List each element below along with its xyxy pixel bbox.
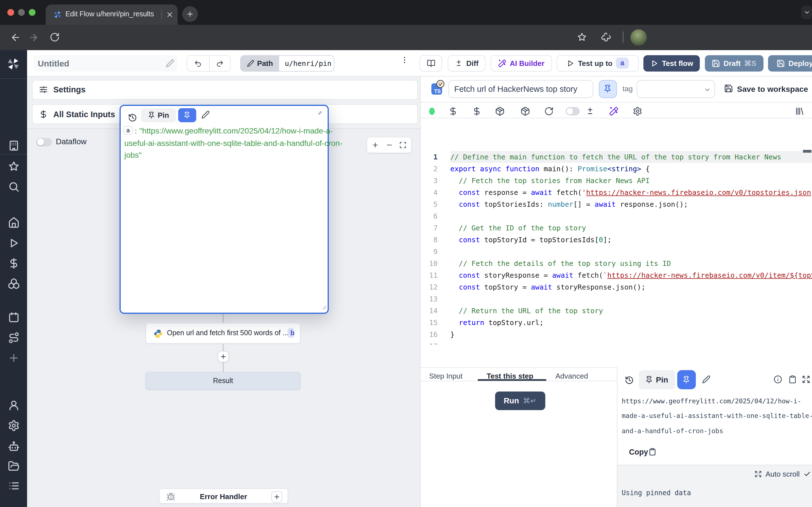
sidebar-item-user[interactable]	[8, 399, 19, 411]
dollar-icon[interactable]	[472, 107, 481, 116]
more-options-icon[interactable]	[400, 56, 409, 64]
expand-icon[interactable]	[316, 109, 323, 116]
reload-icon[interactable]	[50, 32, 60, 42]
history-icon[interactable]	[624, 376, 633, 385]
clipboard-icon[interactable]	[788, 375, 797, 383]
code-line: // Get the ID of the top story	[450, 222, 586, 233]
gear-icon[interactable]	[632, 107, 642, 116]
back-icon[interactable]	[10, 32, 21, 43]
wand-icon[interactable]	[609, 107, 618, 116]
line-number: 12	[421, 281, 438, 293]
tab-close-icon[interactable]	[166, 11, 174, 18]
edit-pencil-icon[interactable]	[702, 375, 710, 383]
tab-search-button[interactable]	[801, 6, 812, 19]
undo-icon[interactable]	[194, 59, 202, 67]
sidebar-item-play[interactable]	[8, 237, 19, 249]
new-tab-button[interactable]	[182, 6, 198, 22]
save-to-workspace-button[interactable]: Save to workspace	[737, 84, 808, 93]
package-icon[interactable]	[495, 107, 505, 116]
expand-icon[interactable]	[754, 470, 762, 478]
undo-redo-group	[187, 55, 231, 71]
sidebar-item-dollar[interactable]	[8, 257, 19, 269]
sidebar-item-plus[interactable]	[8, 352, 19, 363]
browser-tab[interactable]: Edit Flow u/henri/pin_results	[46, 4, 177, 25]
toggle-knob	[37, 138, 44, 145]
run-button[interactable]: Run ⌘↵	[495, 391, 545, 410]
add-step-button[interactable]	[217, 351, 229, 362]
flow-edge	[223, 343, 223, 351]
docs-button[interactable]	[419, 55, 442, 71]
package-icon[interactable]	[520, 107, 530, 116]
traffic-light-minimize[interactable]	[18, 9, 25, 16]
dataflow-toggle[interactable]	[36, 138, 52, 146]
flow-node-result[interactable]: Result	[146, 372, 301, 390]
add-error-handler-button[interactable]	[271, 491, 282, 502]
tag-select[interactable]	[637, 80, 715, 98]
refresh-icon[interactable]	[544, 107, 554, 116]
tab-step-input[interactable]: Step Input	[429, 372, 463, 380]
path-button[interactable]: Path	[241, 55, 279, 71]
sidebar-item-list[interactable]	[8, 480, 19, 492]
pencil-icon	[247, 59, 254, 67]
profile-avatar[interactable]	[630, 29, 647, 46]
sidebar-item-calendar[interactable]	[8, 312, 19, 323]
ai-builder-button[interactable]: AI Builder	[491, 55, 552, 71]
flow-node-error-handler[interactable]: Error Handler	[159, 489, 288, 504]
flow-node-step[interactable]: Open url and fetch first 500 words of ..…	[146, 323, 301, 343]
redo-icon[interactable]	[216, 59, 224, 67]
deploy-button[interactable]: Deploy	[768, 55, 812, 71]
editor-toggle[interactable]	[566, 107, 579, 115]
expand-icon[interactable]	[802, 375, 810, 383]
sidebar-item-route[interactable]	[8, 332, 19, 343]
sidebar-item-cubes[interactable]	[8, 278, 19, 290]
windmill-logo[interactable]	[6, 57, 20, 71]
tab-advanced[interactable]: Advanced	[555, 372, 588, 380]
sliders-icon	[39, 86, 48, 94]
sidebar-item-building[interactable]	[8, 140, 19, 152]
extensions-icon[interactable]	[601, 32, 611, 42]
sidebar-item-home[interactable]	[8, 217, 19, 228]
bookmark-star-icon[interactable]	[577, 32, 587, 42]
settings-row[interactable]: Settings	[32, 80, 417, 100]
traffic-light-zoom[interactable]	[29, 9, 36, 16]
book-icon	[426, 59, 435, 67]
code-line: const topStoriesIds: number[] = await re…	[450, 198, 688, 210]
resize-handle[interactable]	[321, 304, 326, 309]
pinned-value-line1: "https://www.geoffreylitt.com/2025/04/12…	[139, 126, 333, 135]
history-icon[interactable]	[128, 113, 137, 122]
zoom-out-icon[interactable]	[386, 141, 393, 149]
diff-icon[interactable]	[585, 107, 595, 116]
sidebar-item-star[interactable]	[8, 160, 19, 172]
flow-name-field[interactable]: Untitled	[33, 55, 177, 71]
diff-icon	[455, 59, 463, 67]
library-icon[interactable]	[795, 107, 804, 116]
line-number: 3	[421, 174, 438, 186]
pin-input-button[interactable]	[599, 80, 617, 98]
zoom-in-icon[interactable]	[371, 141, 378, 149]
edit-pencil-icon[interactable]	[166, 59, 174, 68]
copy-button[interactable]: Copy	[629, 448, 648, 456]
sidebar-item-gear[interactable]	[8, 419, 19, 431]
pinned-active-button[interactable]	[677, 370, 696, 389]
step-summary-input[interactable]: Fetch url of HackerNews top story	[448, 80, 593, 98]
test-up-to-button[interactable]: Test up to a	[556, 55, 639, 71]
traffic-light-close[interactable]	[7, 9, 14, 16]
dollar-icon[interactable]	[448, 107, 458, 116]
diff-button[interactable]: Diff	[448, 55, 486, 71]
editor-scrollbar[interactable]	[803, 150, 811, 152]
info-icon[interactable]	[773, 375, 782, 383]
pin-button[interactable]: Pin	[639, 370, 675, 389]
draft-button[interactable]: Draft⌘S	[705, 55, 763, 71]
sidebar-item-search[interactable]	[8, 180, 19, 192]
sidebar-item-folder[interactable]	[8, 460, 19, 472]
forward-icon[interactable]	[28, 32, 39, 43]
line-number: 6	[421, 210, 438, 222]
pin-button[interactable]: Pin	[141, 108, 175, 122]
pinned-data-popup: Pin a : "https://www.geoffreylitt.com/20…	[119, 105, 329, 314]
fit-view-icon[interactable]	[399, 141, 406, 149]
pinned-active-button[interactable]	[178, 108, 196, 122]
code-editor[interactable]: 1234567891011121314151617 // Define the …	[421, 151, 812, 344]
test-flow-button[interactable]: Test flow	[644, 55, 700, 71]
sidebar-item-robot[interactable]	[8, 440, 19, 452]
edit-pencil-icon[interactable]	[201, 110, 209, 119]
